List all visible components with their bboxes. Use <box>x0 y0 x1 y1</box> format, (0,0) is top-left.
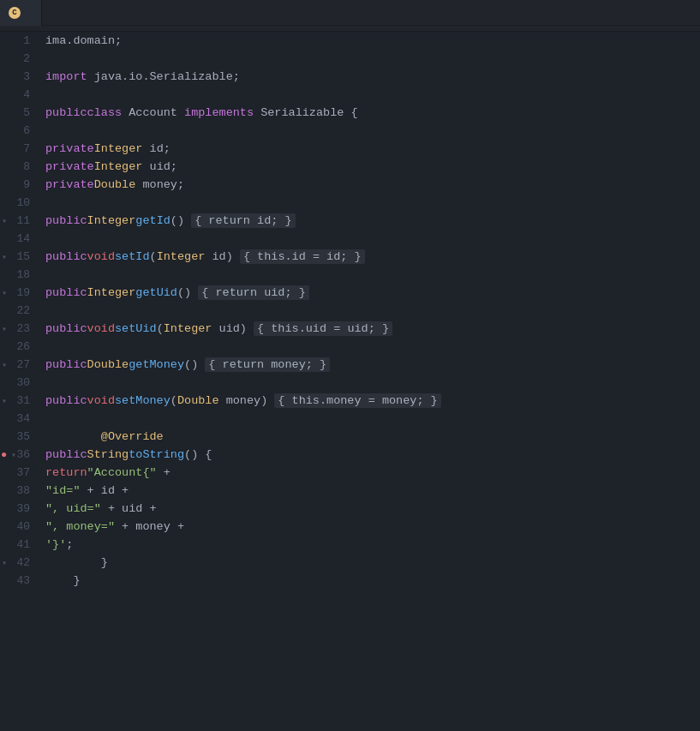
line-number-43: 43 <box>0 572 39 590</box>
code-line-4[interactable] <box>39 86 700 104</box>
line-number-1: 1 <box>0 32 39 50</box>
code-line-5[interactable]: public class Account implements Serializ… <box>39 104 700 122</box>
code-line-8[interactable]: private Integer uid; <box>39 158 700 176</box>
code-line-31[interactable]: public void setMoney(Double money) { thi… <box>39 392 700 410</box>
fold-icon-11[interactable]: ▾ <box>2 216 7 226</box>
line-number-5: 5 <box>0 104 39 122</box>
line-number-38: 38 <box>0 482 39 500</box>
fold-icon-31[interactable]: ▾ <box>2 396 7 406</box>
tab-account-java[interactable]: C <box>0 0 42 26</box>
code-line-37[interactable]: return "Account{" + <box>39 464 700 482</box>
code-line-26[interactable] <box>39 338 700 356</box>
code-line-11[interactable]: public Integer getId() { return id; } <box>39 212 700 230</box>
fold-icon-23[interactable]: ▾ <box>2 324 7 334</box>
breadcrumb <box>0 26 700 32</box>
line-number-11: ▾11 <box>0 212 39 230</box>
code-line-15[interactable]: public void setId(Integer id) { this.id … <box>39 248 700 266</box>
tab-file-icon: C <box>9 7 21 19</box>
line-number-4: 4 <box>0 86 39 104</box>
line-number-39: 39 <box>0 500 39 518</box>
line-number-27: ▾27 <box>0 356 39 374</box>
code-line-9[interactable]: private Double money; <box>39 176 700 194</box>
line-number-7: 7 <box>0 140 39 158</box>
line-number-36: ●▾36 <box>0 446 39 464</box>
line-number-23: ▾23 <box>0 320 39 338</box>
code-line-7[interactable]: private Integer id; <box>39 140 700 158</box>
code-content[interactable]: ima.domain; import java.io.Serializable;… <box>39 32 700 718</box>
tab-bar: C <box>0 0 700 26</box>
line-number-34: 34 <box>0 410 39 428</box>
line-number-6: 6 <box>0 122 39 140</box>
fold-icon-36[interactable]: ▾ <box>11 450 16 460</box>
line-number-10: 10 <box>0 194 39 212</box>
code-line-42[interactable]: } <box>39 554 700 572</box>
fold-icon-15[interactable]: ▾ <box>2 252 7 262</box>
code-line-39[interactable]: ", uid=" + uid + <box>39 500 700 518</box>
line-number-2: 2 <box>0 50 39 68</box>
code-line-19[interactable]: public Integer getUid() { return uid; } <box>39 284 700 302</box>
line-number-35: 35 <box>0 428 39 446</box>
code-line-6[interactable] <box>39 122 700 140</box>
line-number-30: 30 <box>0 374 39 392</box>
code-line-27[interactable]: public Double getMoney() { return money;… <box>39 356 700 374</box>
code-line-10[interactable] <box>39 194 700 212</box>
breakpoint-icon: ● <box>1 449 7 461</box>
code-line-41[interactable]: '}'; <box>39 536 700 554</box>
code-line-14[interactable] <box>39 230 700 248</box>
code-line-43[interactable]: } <box>39 572 700 590</box>
code-line-40[interactable]: ", money=" + money + <box>39 518 700 536</box>
code-line-35[interactable]: @Override <box>39 428 700 446</box>
code-line-22[interactable] <box>39 302 700 320</box>
code-line-2[interactable] <box>39 50 700 68</box>
line-number-9: 9 <box>0 176 39 194</box>
code-line-1[interactable]: ima.domain; <box>39 32 700 50</box>
line-number-8: 8 <box>0 158 39 176</box>
line-number-15: ▾15 <box>0 248 39 266</box>
fold-icon-19[interactable]: ▾ <box>2 288 7 298</box>
fold-icon-42[interactable]: ▾ <box>2 558 7 568</box>
code-editor: 12345678910▾1114▾1518▾1922▾2326▾2730▾313… <box>0 32 700 718</box>
line-numbers-gutter: 12345678910▾1114▾1518▾1922▾2326▾2730▾313… <box>0 32 39 718</box>
code-line-36[interactable]: public String toString() { <box>39 446 700 464</box>
code-line-3[interactable]: import java.io.Serializable; <box>39 68 700 86</box>
code-line-18[interactable] <box>39 266 700 284</box>
code-line-23[interactable]: public void setUid(Integer uid) { this.u… <box>39 320 700 338</box>
code-line-34[interactable] <box>39 410 700 428</box>
line-number-3: 3 <box>0 68 39 86</box>
line-number-26: 26 <box>0 338 39 356</box>
line-number-37: 37 <box>0 464 39 482</box>
code-line-38[interactable]: "id=" + id + <box>39 482 700 500</box>
line-number-40: 40 <box>0 518 39 536</box>
line-number-41: 41 <box>0 536 39 554</box>
line-number-19: ▾19 <box>0 284 39 302</box>
line-number-31: ▾31 <box>0 392 39 410</box>
fold-icon-27[interactable]: ▾ <box>2 360 7 370</box>
line-number-18: 18 <box>0 266 39 284</box>
line-number-22: 22 <box>0 302 39 320</box>
line-number-42: ▾42 <box>0 554 39 572</box>
line-number-14: 14 <box>0 230 39 248</box>
code-line-30[interactable] <box>39 374 700 392</box>
